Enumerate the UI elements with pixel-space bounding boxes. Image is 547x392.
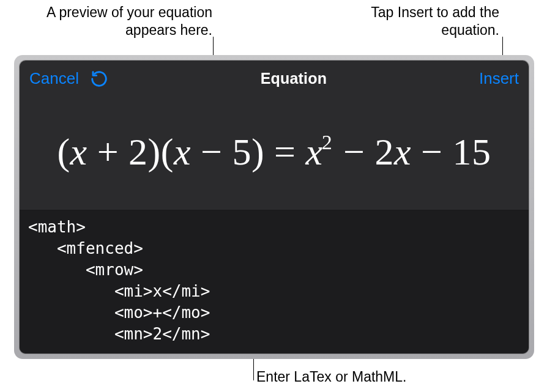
equation-dialog-frame: Cancel Equation Insert (x + 2)(x − 5) = …	[14, 55, 534, 359]
code-input[interactable]: <math> <mfenced> <mrow> <mi>x</mi> <mo>+…	[20, 210, 529, 353]
callout-insert-text: Tap Insert to add the equation.	[362, 4, 499, 39]
equation-dialog: Cancel Equation Insert (x + 2)(x − 5) = …	[20, 61, 529, 353]
equation-rendered: (x + 2)(x − 5) = x2 − 2x − 15	[57, 130, 491, 174]
insert-button[interactable]: Insert	[479, 69, 519, 88]
undo-icon[interactable]	[90, 70, 108, 88]
dialog-title: Equation	[261, 70, 327, 87]
callout-preview-text: A preview of your equation appears here.	[35, 4, 212, 39]
callout-code-text: Enter LaTex or MathML.	[256, 368, 406, 386]
dialog-header: Cancel Equation Insert	[20, 61, 529, 94]
cancel-button[interactable]: Cancel	[29, 69, 79, 88]
equation-preview-area: (x + 2)(x − 5) = x2 − 2x − 15	[20, 94, 529, 210]
